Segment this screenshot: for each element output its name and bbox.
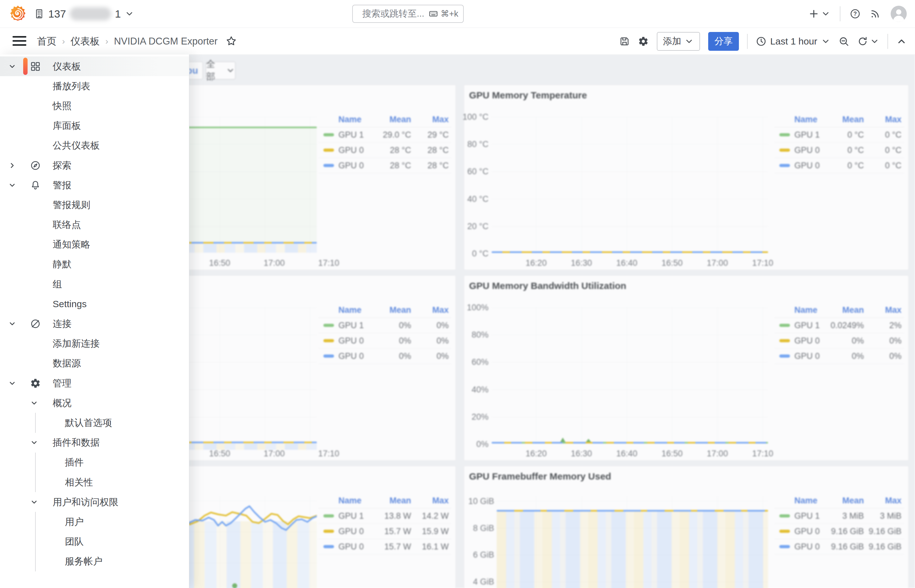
- share-button[interactable]: 分享: [708, 32, 739, 51]
- active-indicator: [23, 58, 27, 75]
- menu-item-插件[interactable]: 插件: [0, 452, 189, 472]
- menu-item-相关性[interactable]: 相关性: [0, 472, 189, 492]
- menu-item-用户和访问权限[interactable]: 用户和访问权限: [0, 492, 189, 512]
- zoom-out-time-button[interactable]: [839, 36, 849, 47]
- refresh-button[interactable]: [857, 36, 879, 47]
- search-shortcut: ⌘+k: [429, 9, 458, 19]
- menu-guide-line: [35, 512, 36, 531]
- org-name-redacted: [70, 7, 111, 20]
- menu-item-label: 服务帐户: [65, 555, 102, 568]
- divider: [888, 34, 888, 49]
- chevron-down-icon[interactable]: [8, 181, 16, 189]
- chevron-up-icon: [896, 36, 907, 47]
- menu-item-静默[interactable]: 静默: [0, 255, 189, 274]
- menu-item-label: 播放列表: [53, 80, 90, 92]
- menu-item-探索[interactable]: 探索: [0, 155, 189, 175]
- menu-item-label: 插件: [65, 456, 84, 469]
- help-button[interactable]: ?: [850, 8, 860, 19]
- chevron-down-icon[interactable]: [8, 320, 16, 328]
- grafana-logo[interactable]: [9, 5, 27, 23]
- divider: [840, 6, 841, 21]
- menu-item-label: 插件和数据: [53, 436, 100, 449]
- menu-item-联络点[interactable]: 联络点: [0, 215, 189, 235]
- chevron-right-icon[interactable]: [8, 162, 16, 170]
- org-switcher[interactable]: 137 1: [34, 7, 134, 20]
- menu-item-label: 团队: [65, 535, 84, 548]
- user-avatar[interactable]: [890, 5, 907, 23]
- menu-item-警报[interactable]: 警报: [0, 175, 189, 195]
- menu-item-label: 默认首选项: [65, 416, 112, 429]
- keyboard-icon: [429, 9, 438, 18]
- breadcrumb-item[interactable]: 仪表板: [71, 35, 100, 48]
- search-placeholder: 搜索或跳转至...: [362, 8, 424, 20]
- menu-item-插件和数据[interactable]: 插件和数据: [0, 433, 189, 452]
- menu-item-仪表板[interactable]: 仪表板: [0, 57, 189, 76]
- menu-item-数据源[interactable]: 数据源: [0, 354, 189, 373]
- menu-item-label: 联络点: [53, 218, 81, 231]
- menu-item-管理[interactable]: 管理: [0, 373, 189, 393]
- zoom-out-icon: [839, 36, 849, 47]
- menu-item-label: 警报规则: [53, 199, 90, 211]
- breadcrumb-separator: ›: [105, 36, 108, 46]
- menu-item-label: 静默: [53, 258, 71, 271]
- breadcrumb-item[interactable]: 首页: [37, 35, 56, 48]
- plus-icon: [808, 8, 819, 19]
- time-range-picker[interactable]: Last 1 hour: [756, 36, 830, 47]
- menu-item-组[interactable]: 组: [0, 274, 189, 294]
- plug-icon: [30, 318, 41, 329]
- save-icon: [619, 36, 630, 47]
- chevron-down-icon[interactable]: [30, 399, 38, 407]
- menu-item-默认首选项[interactable]: 默认首选项: [0, 413, 189, 433]
- add-panel-button[interactable]: 添加: [657, 32, 700, 51]
- menu-item-label: 快照: [53, 99, 71, 112]
- dashboard-settings-button[interactable]: [638, 36, 649, 47]
- chevron-down-icon: [684, 37, 694, 46]
- chevron-down-icon: [870, 37, 879, 46]
- menu-item-公共仪表板[interactable]: 公共仪表板: [0, 136, 189, 155]
- breadcrumb-separator: ›: [62, 36, 65, 46]
- menu-item-Settings[interactable]: Settings: [0, 294, 189, 314]
- menu-item-库面板[interactable]: 库面板: [0, 116, 189, 136]
- menu-item-label: 组: [53, 278, 62, 291]
- save-dashboard-button[interactable]: [619, 36, 630, 47]
- add-new-button[interactable]: [808, 8, 830, 19]
- search-input[interactable]: 搜索或跳转至... ⌘+k: [352, 5, 464, 23]
- menu-item-播放列表[interactable]: 播放列表: [0, 76, 189, 96]
- menu-item-label: 用户和访问权限: [53, 496, 118, 508]
- chevron-down-icon[interactable]: [8, 379, 16, 388]
- chevron-down-icon: [821, 9, 830, 18]
- chevron-down-icon[interactable]: [30, 498, 38, 506]
- svg-text:?: ?: [854, 11, 857, 17]
- news-button[interactable]: [870, 8, 881, 19]
- breadcrumb-item[interactable]: NVIDIA DCGM Exporter: [114, 36, 218, 47]
- grafana-app: pu 全部 16:5017:0017:10 NameMeanMaxGPU 129…: [0, 0, 915, 588]
- menu-item-用户[interactable]: 用户: [0, 512, 189, 531]
- menu-item-警报规则[interactable]: 警报规则: [0, 195, 189, 215]
- collapse-toolbar-button[interactable]: [896, 36, 907, 47]
- menu-item-label: 管理: [53, 377, 71, 389]
- refresh-icon: [857, 36, 868, 47]
- menu-item-label: 相关性: [65, 476, 93, 489]
- menu-item-label: 添加新连接: [53, 337, 100, 350]
- menu-item-label: 探索: [53, 159, 71, 172]
- menu-item-团队[interactable]: 团队: [0, 532, 189, 552]
- menu-item-快照[interactable]: 快照: [0, 96, 189, 116]
- chevron-down-icon[interactable]: [30, 438, 38, 447]
- mega-menu-toggle[interactable]: [13, 36, 26, 46]
- menu-item-概况[interactable]: 概况: [0, 393, 189, 413]
- menu-item-label: Settings: [53, 299, 87, 309]
- chevron-down-icon: [821, 37, 830, 46]
- menu-item-服务帐户[interactable]: 服务帐户: [0, 552, 189, 571]
- menu-item-添加新连接[interactable]: 添加新连接: [0, 334, 189, 354]
- org-name-prefix: 137: [48, 8, 66, 20]
- help-icon: ?: [850, 8, 860, 19]
- menu-item-label: 库面板: [53, 120, 81, 132]
- menu-item-连接[interactable]: 连接: [0, 314, 189, 333]
- menu-guide-line: [35, 552, 36, 571]
- menu-item-label: 仪表板: [53, 60, 81, 73]
- bell-icon: [30, 180, 41, 191]
- menu-guide-line: [35, 413, 36, 433]
- chevron-down-icon[interactable]: [8, 62, 16, 71]
- favorite-star-icon[interactable]: [226, 36, 237, 47]
- menu-item-通知策略[interactable]: 通知策略: [0, 235, 189, 255]
